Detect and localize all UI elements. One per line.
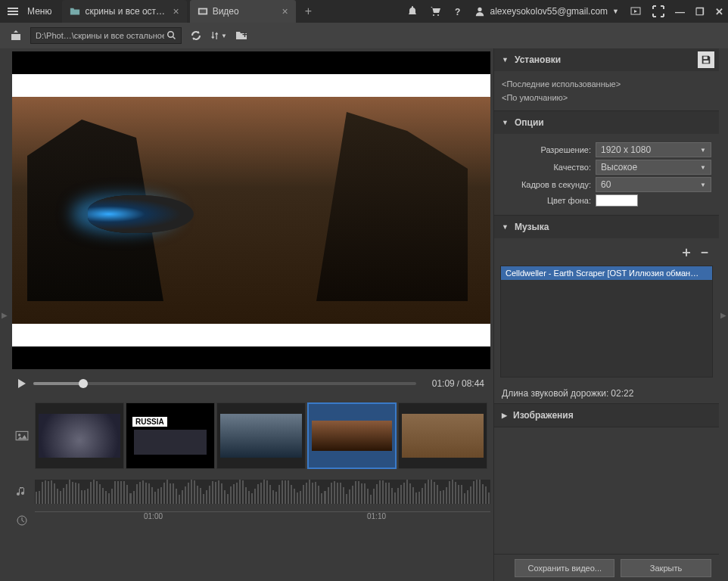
title-bar: Меню скрины и все остальн… × Видео × + ?…	[0, 0, 728, 23]
thumbnail-row: RUSSIA	[35, 402, 490, 469]
svg-text:?: ?	[455, 7, 460, 17]
maximize-button[interactable]: ❐	[695, 6, 705, 17]
bell-icon[interactable]	[406, 5, 418, 17]
quality-select[interactable]: Высокое▼	[596, 160, 711, 175]
search-icon[interactable]	[167, 31, 176, 40]
properties-panel: ▼ Установки <Последние использованные> <…	[493, 48, 719, 581]
svg-text:+: +	[242, 30, 247, 40]
resolution-select[interactable]: 1920 x 1080▼	[596, 142, 711, 157]
left-rail[interactable]: ▶	[0, 48, 9, 581]
close-button[interactable]: ✕	[715, 6, 723, 17]
section-title: Установки	[515, 54, 561, 65]
svg-point-8	[168, 32, 174, 38]
chevron-down-icon: ▼	[502, 119, 509, 126]
clock-icon	[12, 514, 32, 527]
music-track[interactable]: Celldweller - Earth Scraper [OST Иллюзия…	[501, 266, 712, 280]
cart-icon[interactable]	[429, 5, 441, 17]
fullscreen-icon[interactable]	[652, 5, 664, 17]
close-button[interactable]: Закрыть	[621, 559, 711, 577]
section-settings: ▼ Установки <Последние использованные> <…	[494, 48, 719, 111]
playback-bar: 01:09 / 08:44	[12, 372, 490, 395]
svg-point-5	[478, 8, 482, 11]
thumbnail[interactable]	[398, 402, 487, 469]
bgcolor-swatch[interactable]	[596, 194, 638, 207]
section-title: Изображения	[513, 410, 574, 421]
svg-rect-14	[704, 61, 709, 64]
user-icon	[474, 6, 485, 17]
section-title: Музыка	[515, 222, 549, 232]
thumbnail[interactable]: RUSSIA	[126, 402, 215, 469]
image-strip: RUSSIA	[12, 398, 490, 474]
tab-video[interactable]: Видео ×	[190, 0, 296, 23]
thumbnail-selected[interactable]	[307, 402, 397, 469]
sort-icon[interactable]: ▼	[210, 27, 227, 44]
video-preview[interactable]	[12, 51, 490, 369]
svg-rect-7	[11, 34, 20, 40]
section-header-settings[interactable]: ▼ Установки	[494, 48, 719, 71]
new-tab-button[interactable]: +	[299, 5, 318, 18]
user-email: alexeysokolov55@gmail.com	[490, 6, 608, 17]
track-length: Длина звуковой дорожки: 02:22	[494, 384, 719, 403]
save-video-button[interactable]: Сохранить видео...	[515, 559, 614, 577]
main-area: ▶ 01:09 / 08:44 RUSSIA	[0, 48, 728, 581]
chevron-down-icon: ▼	[502, 56, 509, 64]
section-title: Опции	[515, 117, 544, 128]
section-header-images[interactable]: ▶ Изображения	[494, 404, 719, 427]
save-preset-button[interactable]	[698, 51, 714, 68]
chevron-right-icon: ▶	[2, 311, 8, 319]
video-icon	[198, 6, 208, 17]
time-tick: 01:10	[367, 512, 386, 520]
bgcolor-label: Цвет фона:	[502, 196, 591, 205]
music-track-list[interactable]: Celldweller - Earth Scraper [OST Иллюзия…	[500, 266, 713, 377]
seek-slider[interactable]	[33, 382, 416, 385]
path-field[interactable]	[30, 27, 182, 44]
footer-buttons: Сохранить видео... Закрыть	[494, 554, 719, 581]
audio-strip	[12, 477, 490, 507]
close-icon[interactable]: ×	[173, 5, 179, 17]
section-options: ▼ Опции Разрешение: 1920 x 1080▼ Качеств…	[494, 111, 719, 216]
menu-label[interactable]: Меню	[27, 6, 51, 17]
svg-rect-1	[199, 9, 206, 13]
time-strip: 01:00 01:10	[12, 510, 490, 531]
editor-column: 01:09 / 08:44 RUSSIA 01:00 01:10	[9, 48, 493, 581]
add-track-button[interactable]: ＋	[680, 243, 693, 261]
refresh-icon[interactable]	[188, 27, 204, 44]
fps-label: Кадров в секунду:	[502, 180, 591, 189]
svg-point-2	[433, 14, 434, 16]
user-menu[interactable]: alexeysokolov55@gmail.com ▼	[474, 6, 619, 17]
tab-screenshots[interactable]: скрины и все остальн… ×	[62, 0, 186, 23]
section-header-options[interactable]: ▼ Опции	[494, 111, 719, 134]
close-icon[interactable]: ×	[282, 5, 288, 17]
fps-select[interactable]: 60▼	[596, 177, 711, 192]
section-header-music[interactable]: ▼ Музыка	[494, 216, 719, 238]
thumbnail[interactable]	[216, 402, 306, 469]
path-toolbar: ▼ +	[0, 23, 728, 48]
time-ruler[interactable]: 01:00 01:10	[35, 511, 490, 530]
chevron-right-icon: ▶	[502, 412, 507, 419]
images-icon	[12, 429, 32, 443]
tab-label: скрины и все остальн…	[85, 6, 168, 17]
resolution-label: Разрешение:	[502, 145, 591, 154]
waveform[interactable]	[35, 480, 490, 504]
add-folder-icon[interactable]: +	[233, 27, 250, 44]
minimize-button[interactable]: —	[675, 6, 685, 17]
chevron-down-icon: ▼	[502, 223, 509, 231]
right-rail[interactable]: ▶	[719, 48, 728, 581]
remove-track-button[interactable]: －	[698, 243, 711, 261]
play-button[interactable]	[18, 379, 26, 388]
folder-icon	[70, 6, 80, 17]
time-tick: 01:00	[144, 512, 163, 520]
thumbnail[interactable]	[35, 402, 124, 469]
time-display: 01:09 / 08:44	[424, 378, 484, 389]
hamburger-menu[interactable]	[5, 5, 21, 18]
slideshow-icon[interactable]	[630, 5, 642, 17]
path-input[interactable]	[36, 31, 164, 40]
export-icon[interactable]	[8, 27, 24, 44]
help-icon[interactable]: ?	[452, 5, 464, 17]
svg-point-11	[18, 433, 20, 436]
preset-default[interactable]: <По умолчанию>	[502, 91, 711, 104]
music-icon	[12, 486, 32, 498]
section-images: ▶ Изображения	[494, 404, 719, 427]
section-music: ▼ Музыка ＋ － Celldweller - Earth Scraper…	[494, 216, 719, 404]
preset-last-used[interactable]: <Последние использованные>	[502, 77, 711, 91]
